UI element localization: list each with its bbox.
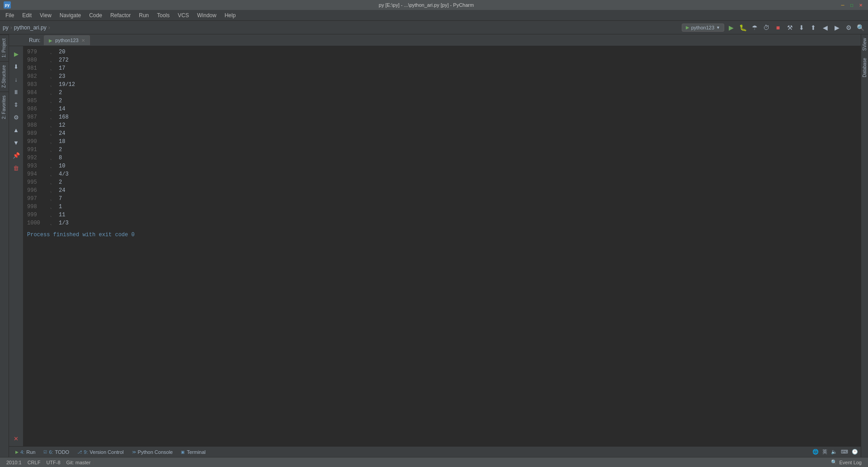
bottom-tab-bar: ▶ 4: Run ☑ 6: TODO ⎇ 9: Version Control … (9, 446, 861, 457)
menu-tools[interactable]: Tools (153, 11, 173, 19)
close-button[interactable]: ✕ (857, 1, 864, 9)
menu-refactor[interactable]: Refactor (107, 11, 134, 19)
run-tab-arrow-icon: ▶ (15, 450, 19, 454)
run-resume-button[interactable]: ▶ (10, 48, 22, 60)
down-frame-button[interactable]: ⬇ (797, 23, 807, 33)
bottom-right-info: 🌐 英 🔈 ⌨ 🕐 (812, 448, 858, 455)
menu-navigate[interactable]: Navigate (56, 11, 85, 19)
sview-panel-tab[interactable]: SView (862, 34, 867, 54)
breadcrumb-py[interactable]: py (3, 24, 9, 31)
center-area: Run: ▶ python123 ✕ ▶ ⬇ ↓ ⏸ ⇕ ⚙ ▲ (9, 34, 861, 457)
build-button[interactable]: ⚒ (785, 23, 795, 33)
run-up-arrow[interactable]: ▲ (10, 124, 22, 136)
output-line: 981、17 (27, 64, 857, 72)
structure-panel-tab[interactable]: Z-Structure (0, 61, 9, 91)
run-tab-label: Run (26, 449, 35, 455)
status-search[interactable]: 🔍 Event Log (828, 459, 864, 465)
project-panel-tab[interactable]: 1: Project (0, 34, 9, 61)
terminal-label: Terminal (187, 449, 206, 455)
body-area: 1: Project Z-Structure 2: Favorites Run:… (0, 34, 868, 457)
forward-button[interactable]: ▶ (832, 23, 842, 33)
breadcrumb-file[interactable]: python_ari.py (14, 24, 47, 31)
output-area[interactable]: 979、20980、272981、17982、23983、19/12984、29… (24, 46, 861, 446)
output-line: 980、272 (27, 56, 857, 64)
output-line: 987、168 (27, 113, 857, 121)
minimize-button[interactable]: ─ (839, 1, 846, 9)
menu-view[interactable]: View (36, 11, 55, 19)
status-position[interactable]: 2010:1 (4, 460, 25, 465)
output-line: 991、2 (27, 146, 857, 154)
favorites-panel-tab[interactable]: 2: Favorites (0, 91, 9, 123)
output-line: 994、4/3 (27, 170, 857, 178)
output-line: 1000、1/3 (27, 219, 857, 227)
up-frame-button[interactable]: ⬆ (808, 23, 818, 33)
tab-run[interactable]: ▶ 4: Run (12, 448, 39, 456)
run-down-arrow[interactable]: ▼ (10, 137, 22, 148)
menu-run[interactable]: Run (135, 11, 152, 19)
process-finished-message: Process finished with exit code 0 (27, 231, 857, 239)
vc-tab-num: 9: (84, 449, 88, 455)
toolbar: py › python_ari.py › ▶ python123 ▼ ▶ 🐛 ☂… (0, 21, 868, 34)
stop-button[interactable]: ■ (773, 23, 783, 33)
output-line: 998、1 (27, 203, 857, 211)
clock-icon: 🕐 (852, 449, 858, 455)
run-scroll-button[interactable]: ⇕ (10, 99, 22, 110)
output-line: 997、7 (27, 195, 857, 203)
tab-todo[interactable]: ☑ 6: TODO (40, 448, 73, 456)
run-step-in-button[interactable]: ↓ (10, 73, 22, 85)
run-step-over-button[interactable]: ⬇ (10, 61, 22, 72)
event-log-label: Event Log (839, 460, 862, 465)
run-button[interactable]: ▶ (726, 23, 736, 33)
window-title: py [E:\py] - ...\python_ari.py [py] - Py… (14, 2, 839, 8)
output-line: 990、18 (27, 138, 857, 146)
database-panel-tab[interactable]: Database (862, 54, 867, 81)
search-icon: 🔍 (831, 459, 837, 465)
py-console-label: Python Console (138, 449, 173, 455)
todo-tab-icon: ☑ (43, 450, 47, 454)
vc-tab-label: Version Control (90, 449, 123, 455)
status-encoding[interactable]: UTF-8 (43, 460, 63, 465)
menu-code[interactable]: Code (85, 11, 106, 19)
tab-python-console[interactable]: ≫ Python Console (128, 448, 177, 456)
tab-terminal[interactable]: ▣ Terminal (177, 448, 209, 456)
run-tab-name: python123 (55, 38, 78, 43)
status-line-sep[interactable]: CRLF (25, 460, 44, 465)
tab-version-control[interactable]: ⎇ 9: Version Control (74, 448, 127, 456)
run-label: Run: (25, 37, 44, 43)
status-git[interactable]: Git: master (64, 460, 94, 465)
debug-button[interactable]: 🐛 (738, 23, 748, 33)
menu-edit[interactable]: Edit (19, 11, 35, 19)
run-close-button[interactable]: ✕ (10, 433, 22, 444)
run-tab-icon: ▶ (49, 38, 52, 43)
menu-window[interactable]: Window (193, 11, 220, 19)
network-icon: 🌐 (812, 449, 819, 455)
run-pause-button[interactable]: ⏸ (10, 86, 22, 98)
output-line: 983、19/12 (27, 81, 857, 89)
output-line: 986、14 (27, 105, 857, 113)
todo-tab-num: 6: (49, 449, 53, 455)
menu-file[interactable]: File (2, 11, 18, 19)
status-bar: 2010:1 CRLF UTF-8 Git: master 🔍 Event Lo… (0, 457, 868, 467)
keyboard-icon: ⌨ (841, 449, 848, 455)
maximize-button[interactable]: □ (848, 1, 855, 9)
settings-button[interactable]: ⚙ (844, 23, 854, 33)
todo-tab-label: TODO (55, 449, 70, 455)
run-tab-num: 4: (20, 449, 24, 455)
menu-help[interactable]: Help (221, 11, 240, 19)
run-tab-python123[interactable]: ▶ python123 ✕ (44, 35, 90, 45)
search-everywhere-button[interactable]: 🔍 (855, 23, 865, 33)
run-settings-small[interactable]: ⚙ (10, 111, 22, 123)
coverage-button[interactable]: ☂ (750, 23, 760, 33)
run-tab-close-icon[interactable]: ✕ (81, 38, 85, 43)
menu-vcs[interactable]: VCS (174, 11, 193, 19)
left-panel-tabs: 1: Project Z-Structure 2: Favorites (0, 34, 9, 457)
run-tools-sidebar: ▶ ⬇ ↓ ⏸ ⇕ ⚙ ▲ ▼ 📌 🗑 ✕ (9, 46, 24, 446)
profile-button[interactable]: ⏱ (761, 23, 771, 33)
output-line: 985、2 (27, 97, 857, 105)
back-button[interactable]: ◀ (820, 23, 830, 33)
run-trash-button[interactable]: 🗑 (10, 162, 22, 174)
app-icon: py (4, 1, 11, 9)
terminal-icon: ▣ (181, 450, 185, 454)
run-pin-button[interactable]: 📌 (10, 149, 22, 161)
run-config-dropdown[interactable]: ▶ python123 ▼ (682, 24, 724, 32)
